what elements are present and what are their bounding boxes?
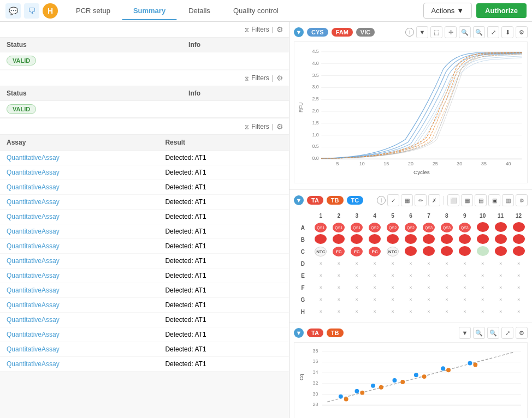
tab-summary[interactable]: Summary <box>122 2 177 20</box>
plate-cell[interactable]: QS1 <box>312 222 330 234</box>
plate-cell[interactable] <box>312 234 330 246</box>
std-expand[interactable]: ⤢ <box>501 327 513 339</box>
authorize-button[interactable]: Authorize <box>476 3 527 18</box>
plate-cell[interactable]: NTC <box>384 246 402 258</box>
settings-icon-1[interactable]: ⚙ <box>276 25 283 34</box>
plate-cell[interactable] <box>492 246 510 258</box>
plate-cell[interactable]: QS1 <box>348 222 366 234</box>
tab-pcr-setup[interactable]: PCR setup <box>64 2 122 20</box>
plate-cell[interactable] <box>419 234 438 246</box>
plate-cell[interactable]: × <box>366 306 384 318</box>
assay-link[interactable]: QuantitativeAssay <box>7 169 60 176</box>
plate-cell[interactable]: × <box>419 282 438 294</box>
plate-cell[interactable] <box>510 246 528 258</box>
chart-1-toggle[interactable]: ▼ <box>294 27 304 37</box>
plate-cell[interactable]: × <box>456 282 474 294</box>
dye-vic-badge[interactable]: VIC <box>356 28 375 37</box>
assay-link[interactable]: QuantitativeAssay <box>7 360 60 368</box>
plate-cell[interactable]: × <box>510 270 528 282</box>
dye-ta-badge[interactable]: TA <box>307 196 323 205</box>
plate-cell[interactable] <box>402 234 420 246</box>
plate-cell[interactable]: × <box>330 294 348 306</box>
plate-cell[interactable]: × <box>474 258 492 270</box>
plate-cell[interactable]: QS3 <box>438 222 456 234</box>
plate-cell[interactable]: × <box>456 270 474 282</box>
plate-cell[interactable] <box>456 234 474 246</box>
dye-tb-badge[interactable]: TB <box>327 196 344 205</box>
zoom-in-ctrl-1[interactable]: 🔍 <box>473 26 485 38</box>
plate-cell[interactable]: × <box>402 270 420 282</box>
plate-cell[interactable]: × <box>312 306 330 318</box>
plate-cell[interactable]: × <box>492 258 510 270</box>
assay-link[interactable]: QuantitativeAssay <box>7 331 60 338</box>
plate-cell[interactable]: × <box>402 258 420 270</box>
dropdown-ctrl-1[interactable]: ▼ <box>416 26 428 38</box>
plate-cell[interactable]: FC <box>330 246 348 258</box>
plate-settings[interactable]: ⚙ <box>516 194 528 206</box>
assay-link[interactable]: QuantitativeAssay <box>7 213 60 220</box>
dye-fam-badge[interactable]: FAM <box>332 28 353 37</box>
plate-cell[interactable]: PC <box>366 246 384 258</box>
plate-cell[interactable] <box>456 246 474 258</box>
plate-cell[interactable]: × <box>510 294 528 306</box>
plate-cell[interactable] <box>474 222 492 234</box>
h-icon[interactable]: H <box>43 3 58 19</box>
plate-cell[interactable]: × <box>456 258 474 270</box>
plate-cell[interactable] <box>492 234 510 246</box>
plate-cell[interactable]: × <box>492 270 510 282</box>
std-zoom-out[interactable]: 🔍 <box>473 327 485 339</box>
crosshair-ctrl-1[interactable]: ✛ <box>445 26 457 38</box>
plate-cell[interactable]: × <box>456 306 474 318</box>
plate-cell[interactable]: × <box>474 294 492 306</box>
plate-cell[interactable]: × <box>438 294 456 306</box>
plate-toggle[interactable]: ▼ <box>294 195 304 205</box>
plate-cell[interactable]: × <box>384 282 402 294</box>
plate-cell[interactable]: QS2 <box>366 222 384 234</box>
plate-cell[interactable]: × <box>384 270 402 282</box>
plate-cell[interactable]: QS3 <box>419 222 438 234</box>
plate-cell[interactable] <box>438 234 456 246</box>
plate-ctrl-table[interactable]: ▦ <box>401 194 413 206</box>
plate-cell[interactable]: NTC <box>312 246 330 258</box>
plate-cell[interactable]: × <box>384 258 402 270</box>
plate-view-4[interactable]: ▣ <box>488 194 500 206</box>
plate-cell[interactable] <box>474 246 492 258</box>
assay-link[interactable]: QuantitativeAssay <box>7 183 60 191</box>
std-toggle[interactable]: ▼ <box>294 328 304 338</box>
plate-cell[interactable] <box>366 234 384 246</box>
plate-cell[interactable]: × <box>474 306 492 318</box>
std-dye-tb[interactable]: TB <box>327 329 344 337</box>
assay-link[interactable]: QuantitativeAssay <box>7 272 60 279</box>
assay-link[interactable]: QuantitativeAssay <box>7 198 60 206</box>
plate-cell[interactable]: × <box>312 294 330 306</box>
bubble-icon[interactable]: 🗨 <box>24 3 39 19</box>
plate-cell[interactable]: × <box>366 258 384 270</box>
std-dropdown[interactable]: ▼ <box>459 327 471 339</box>
tab-details[interactable]: Details <box>177 2 222 20</box>
plate-cell[interactable]: × <box>384 306 402 318</box>
plate-cell[interactable] <box>510 234 528 246</box>
assay-link[interactable]: QuantitativeAssay <box>7 345 60 353</box>
plate-view-2[interactable]: ▦ <box>461 194 473 206</box>
plate-cell[interactable]: × <box>492 282 510 294</box>
plate-cell[interactable]: × <box>330 258 348 270</box>
settings-ctrl-1[interactable]: ⚙ <box>516 26 528 38</box>
plate-ctrl-cross[interactable]: ✗ <box>428 194 440 206</box>
plate-view-3[interactable]: ▤ <box>475 194 487 206</box>
plate-cell[interactable]: × <box>348 270 366 282</box>
plate-cell[interactable] <box>419 246 438 258</box>
plate-cell[interactable]: × <box>492 306 510 318</box>
dye-cys-badge[interactable]: CYS <box>307 28 328 37</box>
plate-cell[interactable]: × <box>312 270 330 282</box>
plate-ctrl-pen[interactable]: ✏ <box>415 194 427 206</box>
plate-cell[interactable]: × <box>474 282 492 294</box>
plate-cell[interactable]: × <box>402 306 420 318</box>
expand-ctrl-1[interactable]: ⤢ <box>487 26 499 38</box>
plate-cell[interactable]: × <box>419 294 438 306</box>
plate-cell[interactable]: × <box>330 306 348 318</box>
info-icon-plate[interactable]: i <box>377 196 386 205</box>
assay-link[interactable]: QuantitativeAssay <box>7 286 60 294</box>
plate-cell[interactable]: × <box>438 306 456 318</box>
plate-cell[interactable]: × <box>474 270 492 282</box>
plate-cell[interactable]: × <box>348 306 366 318</box>
